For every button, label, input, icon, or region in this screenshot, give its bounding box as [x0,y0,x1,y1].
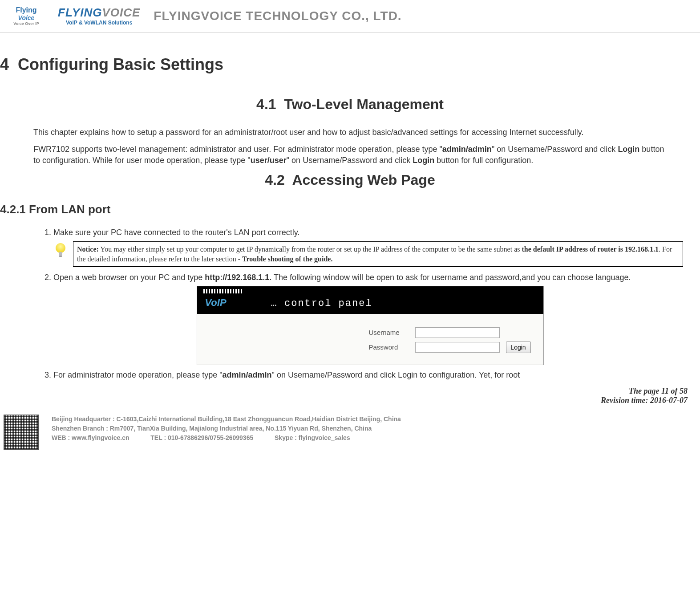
section-4-1-title: Two-Level Management [284,96,444,112]
svg-point-0 [56,243,65,253]
section-4-2-num: 4.2 [265,172,284,188]
svg-rect-1 [59,252,62,256]
flyingvoice-small-logo: Flying Voice Voice Over IP [0,4,53,28]
qr-code-icon [4,415,39,450]
login-word1: Login [618,145,639,154]
username-label: Username [369,328,409,337]
logo-main-b: VOICE [102,6,140,19]
admin-cred: admin/admin [442,145,492,154]
chapter-number: 4 [0,55,9,73]
login-control-panel: VoIP … control panel Username Password L [197,286,544,365]
step-2: Open a web browser on your PC and type h… [53,272,687,365]
step-3: For administrator mode operation, please… [53,370,687,380]
page-footer: Beijing Headquarter : C-1603,Caizhi Inte… [0,412,700,458]
subsection-4-2-1-num: 4.2.1 [0,203,26,216]
footer-web-label: WEB : [52,434,72,441]
page-meta: The page 11 of 58 Revision time: 2016-07… [0,385,700,409]
login-word2: Login [413,156,434,165]
logo-line2: Voice [18,14,35,21]
notice-label: Notice: [77,245,99,253]
footer-bj-label: Beijing Headquarter [52,415,113,423]
notice-row: Notice: You may either simply set up you… [53,241,683,267]
notice-box: Notice: You may either simply set up you… [73,241,683,267]
footer-divider [0,409,700,409]
login-button[interactable]: Login [506,342,531,353]
footer-skype-label: Skype : [275,434,299,441]
header-tick-marks [203,289,242,293]
logo-line3: Voice Over IP [13,21,39,26]
notice-default-ip: the default IP address of router is 192.… [522,245,659,253]
chapter-title: Configuring Basic Settings [18,55,223,73]
revision-time: Revision time: 2016-07-07 [0,396,688,405]
footer-bj-addr: : C-1603,Caizhi International Building,1… [113,415,401,423]
footer-tel-val: 010-67886296/0755-26099365 [168,434,253,441]
section-4-1-num: 4.1 [256,96,276,112]
notice-troubleshoot: Trouble shooting of the guide. [242,255,332,263]
s41-para1: This chapter explains how to setup a pas… [33,127,667,138]
page-number: The page 11 of 58 [0,387,688,396]
logo-line1: Flying [16,6,36,14]
voip-logo-text: VoIP [205,296,227,309]
svg-rect-2 [59,256,62,257]
section-4-1-heading: 4.1 Two-Level Management [0,96,700,113]
chapter-heading: 4 Configuring Basic Settings [0,55,700,74]
page-header: Flying Voice Voice Over IP FLYINGVOICE V… [0,0,700,33]
subsection-4-2-1-title: From LAN port [29,203,110,216]
s41-para2: FWR7102 supports two-level management: a… [33,144,667,166]
flyingvoice-mid-logo: FLYINGVOICE VoIP & VoWLAN Solutions [58,6,140,26]
subsection-4-2-1-heading: 4.2.1 From LAN port [0,203,700,216]
footer-sz-label: Shenzhen Branch : [52,425,110,432]
step-1: Make sure your PC have connected to the … [53,227,687,267]
section-4-2-heading: 4.2 Accessing Web Page [0,172,700,188]
footer-tel-label: TEL : [150,434,168,441]
section-4-2-title: Accessing Web Page [292,172,435,188]
username-input[interactable] [415,327,500,338]
footer-skype-val: flyingvoice_sales [299,434,350,441]
password-label: Password [369,343,409,352]
footer-text: Beijing Headquarter : C-1603,Caizhi Inte… [52,415,688,443]
footer-web-val: www.flyingvoice.cn [72,434,129,441]
steps-list: Make sure your PC have connected to the … [53,227,687,380]
control-panel-text: … control panel [271,297,372,310]
logo-sub: VoIP & VoWLAN Solutions [66,20,132,26]
password-input[interactable] [415,342,500,353]
router-url: http://192.168.1.1. [205,273,271,282]
company-name: FLYINGVOICE TECHNOLOGY CO., LTD. [140,9,700,23]
lightbulb-icon [53,241,68,259]
user-cred: user/user [251,156,287,165]
logo-main-a: FLYING [58,6,102,19]
admin-cred-2: admin/admin [223,370,272,379]
login-panel-header: VoIP … control panel [197,286,543,314]
footer-sz-addr: Rm7007, TianXia Building, Majialong Indu… [110,425,372,432]
login-panel-body: Username Password Login [197,314,543,365]
